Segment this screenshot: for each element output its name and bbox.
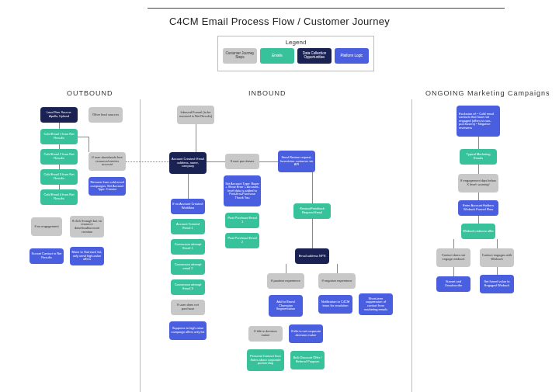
node-dm: If title is decision maker <box>248 326 283 342</box>
node-setbuyer: Set Account Type: Buyer + Show Error + A… <box>224 175 261 206</box>
node-shortsupp: Short-term suppression of contact from m… <box>359 293 393 315</box>
conn <box>312 172 313 203</box>
node-conv1: Conversion attempt Email 1 <box>171 239 205 255</box>
node-pp1: Post Purchase Email 1 <box>225 213 259 228</box>
node-nps: Email address NPS <box>295 248 329 264</box>
conn <box>453 239 454 248</box>
node-sunset-unsub: Sunset and Unsubscribe <box>436 276 470 292</box>
conn <box>59 165 60 169</box>
legend-title: Legend <box>218 39 373 46</box>
node-conv2: Conversion attempt email 2 <box>171 259 205 275</box>
node-cold3: Cold Email 3 from Net Results <box>40 169 78 185</box>
node-engdip: If engagement dips below X level: warnin… <box>458 174 498 193</box>
node-cold2: Cold Email 2 from Net Results <box>40 149 78 165</box>
node-bulk: Bulk Discount Offer / Referral Program <box>290 351 325 369</box>
node-neg: If negative experience <box>318 273 356 289</box>
conn <box>497 267 498 275</box>
conn <box>207 161 225 162</box>
node-othersrc: Other lead sources <box>89 107 123 123</box>
node-notdm: If title is not corporate decision maker <box>289 324 323 343</box>
divider-2 <box>411 99 412 392</box>
node-acct-created: Account Created: Email address, name, co… <box>169 152 207 174</box>
conn <box>286 264 286 273</box>
col-ongoing: ONGOING Marketing Campaigns <box>425 89 550 97</box>
node-nopurchase: If user does not purchase <box>171 300 205 315</box>
conn <box>453 267 454 276</box>
node-typical: Typical Marketing Emails <box>460 149 497 165</box>
conn <box>478 137 479 149</box>
conn <box>478 216 479 224</box>
conn <box>497 239 498 248</box>
conn <box>78 137 89 137</box>
node-cold1: Cold Email 1 from Net Results <box>40 129 78 144</box>
node-eng-wb: Contact engages with Winback <box>480 248 514 267</box>
node-exclusion: Exclusion of: • Cold email contacts that… <box>457 106 500 137</box>
node-winbackflow: Enter Account Holders Winback Funnel Flo… <box>458 200 498 216</box>
node-leadgen: Lead Gen Source: Apollo, Upload <box>40 107 78 123</box>
node-notify: Notification to C4CM team for resolution <box>318 295 352 314</box>
node-reviewreq: Send Review request. Incentivize custome… <box>278 151 315 172</box>
page-title: C4CM Email Process Flow / Customer Journ… <box>0 16 559 27</box>
conn <box>89 137 89 152</box>
conn <box>478 165 479 174</box>
node-salescontact: Personal Contact from Sales about corpor… <box>247 349 284 371</box>
node-noacct: If no Account Created: Workflow <box>171 199 205 214</box>
legend-item-steps: Customer Journey Steps <box>223 48 257 64</box>
conn <box>188 174 189 199</box>
node-sunset-nr: Sunset Contact in Net Results <box>30 248 64 264</box>
conn <box>337 264 338 273</box>
node-noeng: If no engagement <box>31 217 62 236</box>
conn <box>259 161 278 162</box>
node-ifdl: If user downloads free resource/creates … <box>89 152 126 171</box>
divider-1 <box>140 99 141 392</box>
legend-item-data: Data Collection Opportunities <box>297 48 332 64</box>
node-review-email: Review/Feedback Request Email <box>293 203 331 219</box>
legend-item-emails: Emails <box>260 48 294 64</box>
conn-dotted <box>126 161 169 163</box>
node-inbound-funnel: Inbound Funnel (to be matured in Net Res… <box>177 106 214 124</box>
node-pos: If positive experience <box>267 273 304 289</box>
node-conv3: Conversion attempt Email 3 <box>171 279 205 295</box>
node-ifpurchase: If user purchases <box>225 154 259 169</box>
node-remove: Remove from cold email campaigns. Set Ac… <box>89 177 126 196</box>
node-suppress: Suppress to high value campaign offers o… <box>169 321 207 340</box>
col-inbound: INBOUND <box>248 89 286 97</box>
node-noeng-wb: Contact does not engage winback <box>436 248 470 267</box>
conn <box>59 123 60 129</box>
node-pp2: Post Purchase Email 2 <box>225 233 259 248</box>
top-rule <box>148 8 505 9</box>
node-winback-offer: Winback reduces offer <box>461 224 495 239</box>
conn <box>312 219 313 248</box>
legend: Legend Customer Journey Steps Emails Dat… <box>217 36 374 71</box>
node-clickthru: If click through but no resource downloa… <box>70 216 104 238</box>
node-acct-email: Account Created Email 1 <box>171 219 205 234</box>
conn <box>59 144 60 149</box>
node-outreach: Move to Outreach list, only send high-va… <box>70 247 104 265</box>
conn <box>59 185 60 189</box>
conn <box>196 124 196 152</box>
node-set-engaged: Set funnel value to Engaged Winback <box>480 275 514 293</box>
legend-item-logic: Platform Logic <box>335 48 369 64</box>
conn <box>478 193 479 200</box>
col-outbound: OUTBOUND <box>67 89 113 97</box>
node-cold4: Cold Email 4 from Net Results <box>40 189 78 205</box>
node-champ: Add to Brand Champion Segmentation <box>269 295 303 317</box>
